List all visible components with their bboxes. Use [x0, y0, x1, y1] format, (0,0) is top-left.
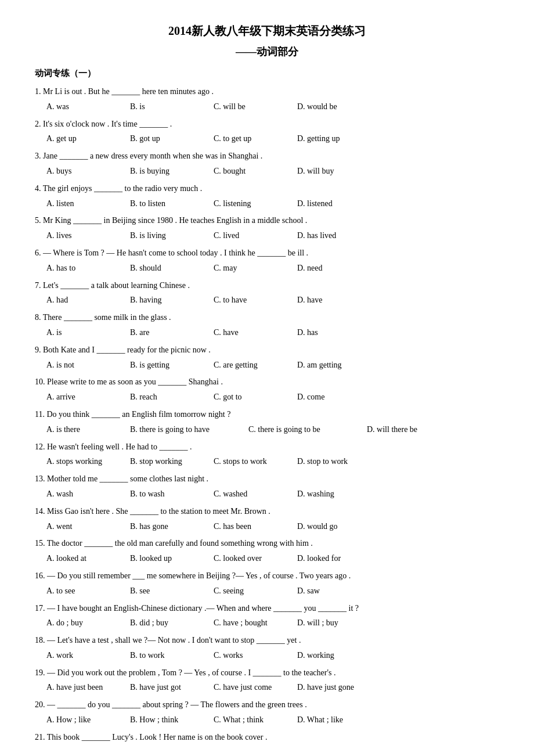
question-text: 17. — I have bought an English-Chinese d… — [35, 602, 499, 615]
options-row: A. washB. to washC. washedD. washing — [35, 487, 499, 501]
question-block: 11. Do you think _______ an English film… — [35, 408, 499, 437]
question-block: 3. Jane _______ a new dress every month … — [35, 149, 499, 178]
option: B. are — [130, 326, 200, 340]
option: A. get up — [46, 132, 116, 146]
question-text: 15. The doctor _______ the old man caref… — [35, 537, 499, 550]
option: B. to work — [130, 649, 200, 663]
question-text: 12. He wasn't feeling well . He had to _… — [35, 440, 499, 454]
question-block: 6. — Where is Tom ? — He hasn't come to … — [35, 246, 499, 275]
question-text: 14. Miss Gao isn't here . She _______ to… — [35, 505, 499, 519]
option: C. lived — [214, 229, 283, 243]
options-row: A. get upB. got upC. to get upD. getting… — [35, 132, 499, 146]
option: B. is buying — [130, 164, 200, 178]
option: A. lives — [46, 229, 116, 243]
question-text: 1. Mr Li is out . But he _______ here te… — [35, 85, 499, 99]
option: C. listening — [214, 197, 283, 211]
option: B. has gone — [130, 520, 200, 534]
option: C. looked over — [214, 552, 283, 566]
question-text: 2. It's six o'clock now . It's time ____… — [35, 117, 499, 131]
option: D. am getting — [297, 358, 367, 372]
option: C. bought — [214, 164, 283, 178]
question-block: 18. — Let's have a test , shall we ?— No… — [35, 633, 499, 663]
option: B. to listen — [130, 197, 200, 211]
option: B. having — [130, 293, 200, 307]
option: D. will ; buy — [297, 616, 367, 630]
option: C. to get up — [214, 132, 283, 146]
option: B. stop working — [130, 455, 200, 469]
option: B. there is going to have — [130, 423, 234, 437]
question-text: 6. — Where is Tom ? — He hasn't come to … — [35, 246, 499, 260]
option: A. How ; like — [46, 713, 116, 727]
option: D. working — [297, 649, 367, 663]
option: B. got up — [130, 132, 200, 146]
option: A. work — [46, 649, 116, 663]
option: A. arrive — [46, 390, 116, 404]
option: A. is there — [46, 423, 116, 437]
option: D. have just gone — [297, 681, 367, 694]
option: D. looked for — [297, 552, 367, 566]
question-block: 8. There _______ some milk in the glass … — [35, 311, 499, 340]
option: A. do ; buy — [46, 616, 116, 630]
option: C. seeing — [214, 584, 283, 598]
option: B. should — [130, 261, 200, 275]
option: B. see — [130, 584, 200, 598]
question-block: 15. The doctor _______ the old man caref… — [35, 537, 499, 566]
question-text: 20. — _______ do you _______ about sprin… — [35, 698, 499, 712]
question-block: 9. Both Kate and I _______ ready for the… — [35, 343, 499, 372]
option: B. have just got — [130, 681, 200, 694]
question-text: 7. Let's _______ a talk about learning C… — [35, 279, 499, 293]
option: A. to see — [46, 584, 116, 598]
options-row: A. to seeB. seeC. seeingD. saw — [35, 584, 499, 598]
question-block: 16. — Do you still remember ___ me somew… — [35, 569, 499, 598]
options-row: A. listenB. to listenC. listeningD. list… — [35, 197, 499, 211]
option: A. was — [46, 100, 116, 114]
options-row: A. arriveB. reachC. got toD. come — [35, 390, 499, 404]
option: D. have — [297, 293, 367, 307]
options-row: A. wasB. isC. will beD. would be — [35, 100, 499, 114]
option: A. looked at — [46, 552, 116, 566]
options-row: A. has toB. shouldC. mayD. need — [35, 261, 499, 275]
option: A. stops working — [46, 455, 116, 469]
option: A. is — [46, 326, 116, 340]
options-row: A. isB. areC. haveD. has — [35, 326, 499, 340]
option: A. had — [46, 293, 116, 307]
option: B. is getting — [130, 358, 200, 372]
option: C. What ; think — [214, 713, 283, 727]
question-block: 13. Mother told me _______ some clothes … — [35, 472, 499, 501]
option: D. getting up — [297, 132, 367, 146]
question-text: 10. Please write to me as soon as you __… — [35, 375, 499, 389]
options-row: A. is notB. is gettingC. are gettingD. a… — [35, 358, 499, 372]
option: B. How ; think — [130, 713, 200, 727]
options-row: A. workB. to workC. worksD. working — [35, 649, 499, 663]
option: B. is living — [130, 229, 200, 243]
question-text: 13. Mother told me _______ some clothes … — [35, 472, 499, 486]
option: D. washing — [297, 487, 367, 501]
question-block: 1. Mr Li is out . But he _______ here te… — [35, 85, 499, 114]
question-block: 21. This book _______ Lucy's . Look ! He… — [35, 730, 499, 744]
question-block: 7. Let's _______ a talk about learning C… — [35, 279, 499, 308]
option: D. will there be — [367, 423, 436, 437]
question-text: 9. Both Kate and I _______ ready for the… — [35, 343, 499, 357]
section-title: ——动词部分 — [35, 45, 499, 59]
option: B. did ; buy — [130, 616, 200, 630]
question-text: 4. The girl enjoys _______ to the radio … — [35, 182, 499, 196]
options-row: A. How ; likeB. How ; thinkC. What ; thi… — [35, 713, 499, 727]
option: C. may — [214, 261, 283, 275]
option: C. has been — [214, 520, 283, 534]
options-row: A. have just beenB. have just gotC. have… — [35, 681, 499, 694]
question-block: 4. The girl enjoys _______ to the radio … — [35, 182, 499, 211]
option: D. listened — [297, 197, 367, 211]
options-row: A. stops workingB. stop workingC. stops … — [35, 455, 499, 469]
question-block: 20. — _______ do you _______ about sprin… — [35, 698, 499, 727]
option: A. buys — [46, 164, 116, 178]
question-text: 3. Jane _______ a new dress every month … — [35, 149, 499, 163]
question-text: 18. — Let's have a test , shall we ?— No… — [35, 633, 499, 647]
question-text: 8. There _______ some milk in the glass … — [35, 311, 499, 325]
question-block: 12. He wasn't feeling well . He had to _… — [35, 440, 499, 469]
option: D. come — [297, 390, 367, 404]
options-row: A. wentB. has goneC. has beenD. would go — [35, 520, 499, 534]
option: B. looked up — [130, 552, 200, 566]
question-block: 2. It's six o'clock now . It's time ____… — [35, 117, 499, 146]
options-row: A. is thereB. there is going to haveC. t… — [35, 423, 499, 437]
options-row: A. looked atB. looked upC. looked overD.… — [35, 552, 499, 566]
